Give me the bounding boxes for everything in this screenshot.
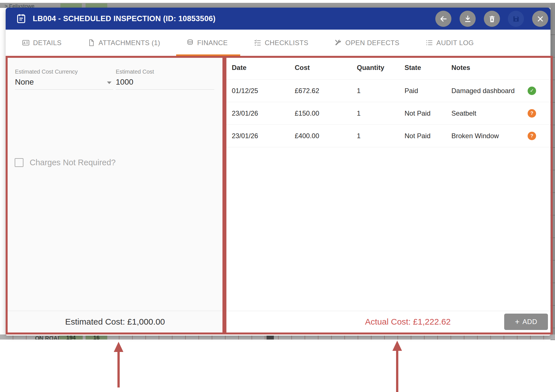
finance-form-panel: Estimated Cost Currency None Estimated C…	[6, 56, 224, 334]
backdrop-right-strip	[550, 3, 555, 340]
cell-quantity: 1	[357, 109, 405, 117]
inspection-modal: LB004 - SCHEDULED INSPECTION (ID: 108535…	[6, 8, 550, 336]
cell-notes: Broken Window	[451, 132, 521, 140]
estimated-cost-footer: Estimated Cost: £1,000.00	[6, 311, 224, 332]
table-row[interactable]: 01/12/25 £672.62 1 Paid Damaged dashboar…	[224, 80, 550, 102]
tools-icon	[334, 39, 342, 47]
modal-header: LB004 - SCHEDULED INSPECTION (ID: 108535…	[6, 8, 550, 30]
save-button[interactable]	[508, 11, 524, 27]
estimated-cost-input[interactable]	[116, 76, 214, 89]
cell-state: Paid	[405, 87, 451, 95]
cell-date: 01/12/25	[232, 87, 295, 95]
tab-label: FINANCE	[197, 39, 228, 47]
tab-audit-log[interactable]: AUDIT LOG	[425, 30, 474, 56]
charges-panel: Date Cost Quantity State Notes 01/12/25 …	[224, 56, 550, 334]
estimated-cost-label: Estimated Cost	[116, 69, 154, 75]
cell-quantity: 1	[357, 87, 405, 95]
estimated-cost-field	[116, 76, 214, 90]
tab-details[interactable]: DETAILS	[22, 30, 62, 56]
add-button-label: ADD	[523, 318, 537, 326]
close-button[interactable]	[532, 11, 548, 27]
table-row[interactable]: 23/01/26 £150.00 1 Not Paid Seatbelt ?	[224, 102, 550, 125]
tab-label: CHECKLISTS	[265, 39, 309, 47]
save-floppy-icon	[512, 15, 520, 23]
back-button[interactable]	[435, 11, 451, 27]
estimated-cost-total: Estimated Cost: £1,000.00	[65, 317, 165, 327]
tab-label: DETAILS	[33, 39, 62, 47]
actual-cost-total: Actual Cost: £1,222.62	[365, 317, 451, 327]
tab-finance[interactable]: FINANCE	[186, 30, 228, 56]
col-header-date: Date	[232, 64, 295, 72]
tab-label: ATTACHMENTS (1)	[99, 39, 160, 47]
tab-label: OPEN DEFECTS	[345, 39, 399, 47]
tab-checklists[interactable]: CHECKLISTS	[254, 30, 309, 56]
file-icon	[88, 39, 95, 47]
chevron-down-icon	[107, 82, 112, 84]
cell-date: 23/01/26	[232, 109, 295, 117]
delete-button[interactable]	[484, 11, 500, 27]
clipboard-icon	[16, 13, 27, 24]
tab-bar: DETAILS ATTACHMENTS (1) FINAN	[6, 30, 550, 56]
table-row[interactable]: 23/01/26 £400.00 1 Not Paid Broken Windo…	[224, 125, 550, 147]
breadcrumb: > Felixstowe	[5, 3, 34, 8]
currency-select[interactable]: None	[15, 76, 113, 90]
backdrop-small-icon	[266, 335, 274, 340]
not-paid-status-icon: ?	[528, 132, 536, 140]
charges-not-required-label: Charges Not Required?	[30, 158, 116, 167]
paid-status-icon: ✓	[528, 87, 536, 95]
cell-notes: Damaged dashboard	[451, 87, 521, 95]
currency-label: Estimated Cost Currency	[15, 69, 78, 75]
trash-x-icon	[488, 15, 496, 23]
backdrop-green-chip	[86, 3, 107, 8]
cell-quantity: 1	[357, 132, 405, 140]
close-icon	[536, 15, 545, 23]
cell-cost: £400.00	[295, 132, 357, 140]
list-icon	[425, 39, 433, 47]
charges-not-required-row[interactable]: Charges Not Required?	[15, 158, 116, 167]
cell-state: Not Paid	[405, 132, 451, 140]
cell-notes: Seatbelt	[451, 109, 521, 117]
arrow-left-icon	[439, 15, 448, 23]
table-header-row: Date Cost Quantity State Notes	[224, 56, 550, 80]
cell-state: Not Paid	[405, 109, 451, 117]
col-header-quantity: Quantity	[357, 64, 405, 72]
charges-not-required-checkbox[interactable]	[15, 158, 23, 167]
tab-attachments[interactable]: ATTACHMENTS (1)	[88, 30, 160, 56]
page: > Felixstowe ON ROAD 194 16 LB004 - SCHE…	[0, 0, 555, 392]
download-icon	[464, 15, 472, 23]
id-card-icon	[22, 39, 30, 47]
on-road-label: ON ROAD	[35, 335, 62, 340]
cell-date: 23/01/26	[232, 132, 295, 140]
download-button[interactable]	[460, 11, 476, 27]
modal-title: LB004 - SCHEDULED INSPECTION (ID: 108535…	[33, 14, 216, 23]
tab-label: AUDIT LOG	[436, 39, 474, 47]
plus-icon: +	[515, 317, 520, 326]
not-paid-status-icon: ?	[528, 109, 536, 118]
actual-cost-footer: Actual Cost: £1,222.62 + ADD	[224, 311, 550, 332]
col-header-state: State	[405, 64, 451, 72]
currency-value: None	[15, 76, 113, 89]
coins-icon	[186, 39, 194, 47]
col-header-notes: Notes	[451, 64, 521, 72]
checklist-icon	[254, 39, 261, 47]
cell-cost: £150.00	[295, 109, 357, 117]
col-header-cost: Cost	[295, 64, 357, 72]
backdrop-green-chip	[60, 3, 82, 8]
tab-open-defects[interactable]: OPEN DEFECTS	[334, 30, 399, 56]
add-charge-button[interactable]: + ADD	[504, 314, 548, 330]
cell-cost: £672.62	[295, 87, 357, 95]
backdrop-top-band: > Felixstowe	[0, 3, 555, 8]
